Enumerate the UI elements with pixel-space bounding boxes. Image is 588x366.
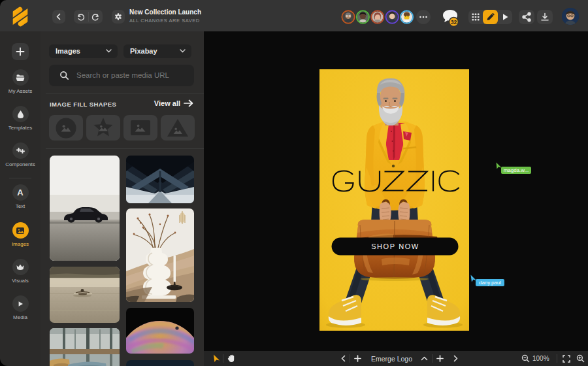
svg-text:32: 32: [451, 19, 457, 25]
svg-text:SHOP NOW: SHOP NOW: [371, 242, 419, 250]
